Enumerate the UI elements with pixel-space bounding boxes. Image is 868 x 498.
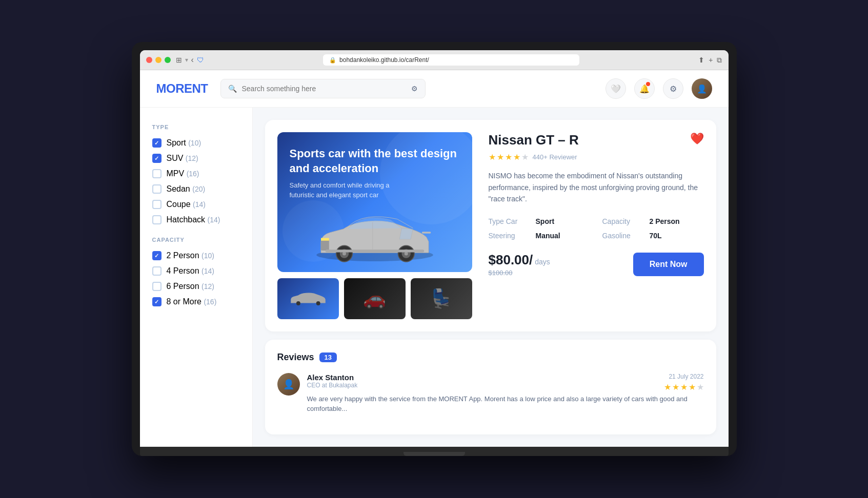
filter-sport[interactable]: Sport (10) xyxy=(152,138,240,148)
price-original: $100.00 xyxy=(489,269,550,277)
share-icon[interactable]: ⬆ xyxy=(698,56,704,65)
filter-sedan[interactable]: Sedan (20) xyxy=(152,184,240,194)
filter-sport-checkbox[interactable] xyxy=(152,138,162,148)
car-images-col: Sports car with the best design and acce… xyxy=(277,132,472,319)
app-header: MORENT 🔍 ⚙ 🤍 🔔 ⚙ xyxy=(140,70,729,108)
filter-hatchback-label: Hatchback (14) xyxy=(167,215,220,224)
minimize-dot[interactable] xyxy=(155,57,162,63)
filter-8more-checkbox[interactable] xyxy=(152,297,162,306)
thumbnail-2[interactable]: 🚗 xyxy=(344,278,406,319)
svg-rect-9 xyxy=(421,232,431,234)
filter-icon[interactable]: ⚙ xyxy=(411,85,418,93)
hero-title: Sports car with the best design and acce… xyxy=(290,147,460,176)
car-thumbnails: 🚗 💺 xyxy=(277,278,472,319)
favorite-button[interactable]: ❤️ xyxy=(690,132,704,146)
thumb2-interior: 🚗 xyxy=(363,288,386,309)
filter-suv-label: SUV (12) xyxy=(167,154,198,163)
price-row: $80.00/ days $100.00 Rent Now xyxy=(489,252,704,277)
sidebar-toggle-icon[interactable]: ⊞ xyxy=(176,56,182,64)
address-bar[interactable]: 🔒 bohdankoleiko.github.io/carRent/ xyxy=(323,54,579,66)
favorites-button[interactable]: 🤍 xyxy=(605,78,626,99)
car-hero-svg xyxy=(303,209,447,270)
spec-gasoline-value: 70L xyxy=(650,232,662,240)
thumb1-svg xyxy=(285,286,331,312)
content-area: Sports car with the best design and acce… xyxy=(253,108,729,446)
svg-point-12 xyxy=(316,301,320,305)
sidebar: TYPE Sport (10) SUV (12) xyxy=(140,108,253,446)
spec-capacity-label: Capacity xyxy=(602,217,643,225)
spec-steering: Steering Manual xyxy=(489,232,590,240)
notifications-button[interactable]: 🔔 xyxy=(634,78,655,99)
close-dot[interactable] xyxy=(146,57,152,63)
hero-car-image xyxy=(290,209,460,272)
reviewer-info: Alex Stanton CEO at Bukalapak xyxy=(307,373,358,389)
logo: MORENT xyxy=(156,81,208,96)
heart-icon: 🤍 xyxy=(611,84,621,94)
review-star-5: ★ xyxy=(697,382,704,392)
reviews-title: Reviews xyxy=(277,352,314,363)
lock-icon: 🔒 xyxy=(329,57,336,64)
filter-sedan-checkbox[interactable] xyxy=(152,184,162,194)
avatar-image: 👤 xyxy=(692,78,712,99)
filter-sport-label: Sport (10) xyxy=(167,138,201,148)
review-content: Alex Stanton CEO at Bukalapak 21 July 20… xyxy=(307,373,704,414)
filter-hatchback-checkbox[interactable] xyxy=(152,215,162,224)
reviews-count-badge: 13 xyxy=(319,352,337,362)
star-3: ★ xyxy=(505,152,512,162)
filter-suv-checkbox[interactable] xyxy=(152,154,162,163)
reviewer-name-row: Alex Stanton CEO at Bukalapak 21 July 20… xyxy=(307,373,704,392)
thumbnail-3[interactable]: 💺 xyxy=(411,278,472,319)
filter-mpv-label: MPV (16) xyxy=(167,169,199,178)
filter-coupe[interactable]: Coupe (14) xyxy=(152,200,240,209)
car-name-row: Nissan GT – R ❤️ xyxy=(489,132,704,148)
car-detail-card: Sports car with the best design and acce… xyxy=(265,120,716,331)
filter-4person-checkbox[interactable] xyxy=(152,266,162,276)
price-block: $80.00/ days $100.00 xyxy=(489,252,550,277)
filter-coupe-label: Coupe (14) xyxy=(167,200,206,209)
car-specs-grid: Type Car Sport Capacity 2 Person Steerin… xyxy=(489,217,704,240)
star-rating: ★ ★ ★ ★ ★ xyxy=(489,152,529,162)
maximize-dot[interactable] xyxy=(165,57,171,63)
star-2: ★ xyxy=(497,152,504,162)
reviews-header: Reviews 13 xyxy=(277,352,704,363)
review-item: 👤 Alex Stanton CEO at Bukalapak 21 July … xyxy=(277,373,704,422)
filter-2person[interactable]: 2 Person (10) xyxy=(152,251,240,260)
filter-4person[interactable]: 4 Person (14) xyxy=(152,266,240,276)
filter-8more[interactable]: 8 or More (16) xyxy=(152,297,240,306)
tabs-icon[interactable]: ⧉ xyxy=(717,56,722,65)
svg-point-8 xyxy=(404,252,408,255)
user-avatar[interactable]: 👤 xyxy=(692,78,712,99)
app-main: TYPE Sport (10) SUV (12) xyxy=(140,108,729,446)
review-star-2: ★ xyxy=(672,382,679,392)
car-name: Nissan GT – R xyxy=(489,132,579,148)
filter-coupe-checkbox[interactable] xyxy=(152,200,162,209)
car-hero-banner: Sports car with the best design and acce… xyxy=(277,132,472,272)
spec-type-value: Sport xyxy=(536,217,555,225)
price-amount: $80.00/ xyxy=(489,252,533,267)
search-input[interactable] xyxy=(242,85,406,93)
svg-point-11 xyxy=(296,301,300,305)
star-4: ★ xyxy=(513,152,520,162)
type-filter-title: TYPE xyxy=(152,124,240,130)
settings-button[interactable]: ⚙ xyxy=(663,78,683,99)
car-description: NISMO has become the embodiment of Nissa… xyxy=(489,170,704,204)
reviewer-count: 440+ Reviewer xyxy=(533,153,577,161)
laptop-base xyxy=(140,447,729,456)
filter-suv[interactable]: SUV (12) xyxy=(152,154,240,163)
browser-nav: ⊞ ▾ ‹ 🛡 xyxy=(176,55,204,65)
filter-6person-checkbox[interactable] xyxy=(152,282,162,291)
review-star-3: ★ xyxy=(680,382,688,392)
svg-rect-1 xyxy=(321,239,329,251)
thumbnail-1[interactable] xyxy=(277,278,339,319)
star-5: ★ xyxy=(521,152,529,162)
reviewer-avatar: 👤 xyxy=(277,373,300,396)
new-tab-icon[interactable]: + xyxy=(709,56,713,65)
search-bar[interactable]: 🔍 ⚙ xyxy=(220,79,426,98)
back-icon[interactable]: ‹ xyxy=(191,55,194,65)
filter-6person[interactable]: 6 Person (12) xyxy=(152,282,240,291)
filter-mpv-checkbox[interactable] xyxy=(152,169,162,178)
rent-now-button[interactable]: Rent Now xyxy=(633,253,704,276)
filter-mpv[interactable]: MPV (16) xyxy=(152,169,240,178)
filter-hatchback[interactable]: Hatchback (14) xyxy=(152,215,240,224)
filter-2person-checkbox[interactable] xyxy=(152,251,162,260)
